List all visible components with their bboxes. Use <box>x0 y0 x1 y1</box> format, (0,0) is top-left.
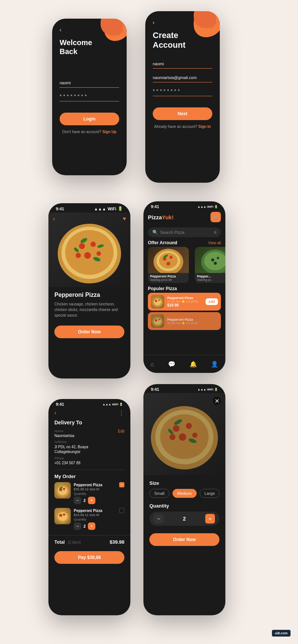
profile-nav-icon[interactable]: 👤 <box>211 361 218 368</box>
svg-point-23 <box>214 262 217 265</box>
pizza-name: Pepperoni Pizza <box>54 292 124 298</box>
popular1-meta: 20-30 min ⭐ 5.0 (370) <box>167 300 203 303</box>
svg-point-14 <box>159 253 178 268</box>
size-small-button[interactable]: Small <box>149 489 169 498</box>
total-section: Total (2 Item) $39.98 <box>48 535 130 548</box>
bg-pizza-svg <box>143 393 225 475</box>
svg-point-29 <box>154 318 161 325</box>
svg-point-7 <box>76 253 81 258</box>
offer2-name: Pepper... <box>197 274 225 278</box>
popular-title: Populer Pizza <box>148 286 177 291</box>
svg-point-45 <box>186 423 192 429</box>
email-input[interactable] <box>153 73 212 82</box>
watermark: ui8.com <box>272 630 291 637</box>
offer-card-2[interactable]: Pepper... Starting pr... <box>195 247 225 283</box>
qty-minus-button[interactable]: − <box>154 514 164 524</box>
pizza-home-screen: 9:41 ▲▲▲ WiFi 🔋 PizzaYuk! 🛒 🔍 Search Piz… <box>143 201 225 373</box>
next-button[interactable]: Next <box>153 107 212 120</box>
status-bar: 9:41 ▲▲▲ WiFi 🔋 <box>48 399 130 408</box>
order-item-thumb-2 <box>54 508 71 524</box>
qty-plus-1[interactable]: + <box>88 497 95 504</box>
svg-point-21 <box>211 258 214 261</box>
search-bar[interactable]: 🔍 Search Pizza ≡ <box>148 227 221 237</box>
total-price: $39.98 <box>110 539 124 545</box>
welcome-title: WelcomeBack <box>60 38 119 56</box>
popular2-name: Pepperoni Pizza <box>167 318 218 321</box>
view-all-link[interactable]: View all <box>208 241 221 245</box>
svg-point-40 <box>63 513 65 516</box>
create-account-screen: ‹ CreateAccount •••••••• Next Already ha… <box>145 11 220 183</box>
svg-point-2 <box>65 230 114 275</box>
qty-plus-2[interactable]: + <box>88 522 95 530</box>
quantity-section: Quantity − 2 + <box>149 503 219 526</box>
chat-nav-icon[interactable]: 💬 <box>168 361 175 368</box>
brand-yuk: Yuk! <box>162 214 174 220</box>
order2-checkbox[interactable] <box>119 508 124 513</box>
add-to-cart-button-1[interactable]: Add <box>206 298 218 305</box>
offer-card-1[interactable]: Pepperoni Pizza Starting price $9 <box>148 247 189 283</box>
popular2-meta: 20-30 min ⭐ 5.0 (170) <box>167 321 218 325</box>
cart-button[interactable]: 🛒 <box>210 212 221 222</box>
home-nav-icon[interactable]: ⌂ <box>150 361 154 368</box>
svg-point-27 <box>158 299 160 301</box>
svg-point-31 <box>158 319 160 320</box>
notification-nav-icon[interactable]: 🔔 <box>190 361 197 368</box>
delivery-name: Naomiartsia <box>54 434 107 438</box>
svg-point-35 <box>63 488 65 490</box>
popular1-price: $19.99 <box>167 303 203 307</box>
search-icon: 🔍 <box>152 230 158 235</box>
svg-point-47 <box>192 433 197 438</box>
popular-item-2[interactable]: Pepperoni Pizza 20-30 min ⭐ 5.0 (170) <box>148 312 221 330</box>
signin-link[interactable]: Sign In <box>199 125 211 129</box>
order2-name: Pepperoni Pizza <box>74 509 102 513</box>
svg-point-30 <box>155 319 157 321</box>
svg-point-38 <box>58 512 67 521</box>
pay-button[interactable]: Pay $39,98 <box>54 551 124 564</box>
qty-value-2: 2 <box>83 524 86 528</box>
popular-section-header: Populer Pizza <box>143 286 225 291</box>
offer2-price: Starting pr... <box>197 278 225 282</box>
size-medium-button[interactable]: Medium <box>172 489 197 498</box>
order1-price-size: $35.98 x2 size M <box>74 487 124 491</box>
qty-control: − 2 + <box>149 512 219 526</box>
pizza-image-container: ‹ ♥ <box>48 213 130 287</box>
qty-display: 2 <box>183 516 186 522</box>
order-item-thumb-1 <box>54 482 71 499</box>
pizza-bg-image: ✕ <box>143 393 225 475</box>
delivery-section: Delivery To Name Naomiartsia Address Jl … <box>48 420 130 468</box>
name-label: Name <box>54 429 107 433</box>
offer-cards-list: Pepperoni Pizza Starting price $9 Pepper… <box>143 247 225 283</box>
back-button[interactable]: ‹ <box>54 409 56 417</box>
popular-item-1[interactable]: Pepperoni Pizza 20-30 min ⭐ 5.0 (370) $1… <box>148 293 221 311</box>
signup-link[interactable]: Sign Up <box>102 130 117 134</box>
username-input[interactable] <box>60 78 119 88</box>
quantity-label-1: Quantity <box>74 492 124 496</box>
search-placeholder: Search Pizza <box>160 230 212 235</box>
qty-minus-2[interactable]: − <box>74 522 81 530</box>
pizza-description: Chicken sausage, chicken luncheon, chick… <box>54 301 124 318</box>
svg-point-48 <box>169 434 175 440</box>
size-quantity-screen: 9:41 ▲▲▲ WiFi 🔋 ✕ <box>143 384 225 615</box>
offer1-name: Pepperoni Pizza <box>150 274 187 278</box>
login-button[interactable]: Login <box>60 113 119 125</box>
more-options-icon[interactable]: ⋮ <box>118 409 124 417</box>
qty-plus-button[interactable]: + <box>205 514 215 524</box>
offer1-price: Starting price $9 <box>150 278 187 282</box>
order-item-2: Pepperoni Pizza $19.99 x1 size M Quantit… <box>54 508 124 530</box>
order-now-button[interactable]: Order Now <box>149 533 219 546</box>
name-input[interactable] <box>153 59 212 69</box>
screen-header-icons: ‹ ⋮ <box>48 408 130 420</box>
order-now-button[interactable]: Order Now <box>54 326 124 338</box>
qty-control-2: − 2 + <box>74 522 124 530</box>
order1-checkbox[interactable]: ✓ <box>119 482 124 487</box>
qty-minus-1[interactable]: − <box>74 497 81 504</box>
my-order-section: My Order Pepperoni Pizza ✓ <box>48 471 130 535</box>
close-button[interactable]: ✕ <box>213 397 221 405</box>
edit-button[interactable]: Edit <box>118 429 124 433</box>
svg-point-46 <box>179 433 186 441</box>
filter-icon[interactable]: ≡ <box>214 230 216 235</box>
svg-point-6 <box>96 251 101 256</box>
size-large-button[interactable]: Large <box>200 489 220 498</box>
signin-prompt: Already have an account? Sign In <box>153 125 212 129</box>
offer-pizza-image2 <box>195 247 225 273</box>
